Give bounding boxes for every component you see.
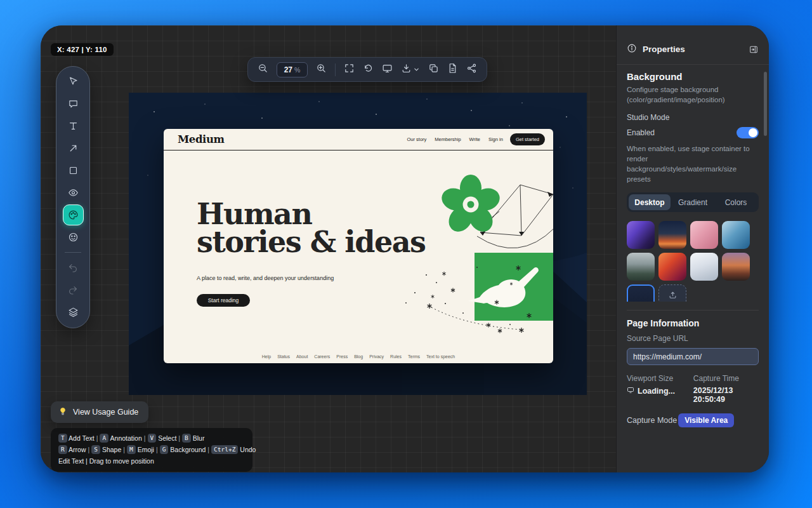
capture-mode-label: Capture Mode [627, 416, 677, 425]
eye-icon [68, 187, 79, 198]
medium-tagline: A place to read, write, and deepen your … [197, 275, 334, 281]
arrow-tool-button[interactable] [62, 137, 84, 159]
key-a: A [100, 434, 108, 443]
layers-icon [68, 307, 79, 318]
medium-nav-link[interactable]: Write [469, 137, 480, 142]
undo-button[interactable] [62, 257, 84, 279]
medium-footer-link[interactable]: Blog [354, 354, 363, 359]
document-icon [447, 63, 458, 76]
reset-view-button[interactable] [363, 63, 374, 76]
stage-background[interactable]: Medium Our storyMembershipWriteSign in G… [129, 93, 587, 395]
zoom-unit: % [294, 66, 300, 74]
copy-icon [428, 63, 439, 76]
medium-nav-link[interactable]: Sign in [488, 137, 503, 142]
preset-row-1 [627, 221, 759, 249]
medium-nav-link[interactable]: Our story [407, 137, 426, 142]
tools-sidebar [56, 66, 90, 328]
export-file-button[interactable] [447, 63, 458, 76]
canvas-toolbar: 27 % [247, 57, 487, 82]
download-button[interactable] [401, 63, 420, 76]
annotation-tool-button[interactable] [62, 93, 84, 115]
start-reading-button[interactable]: Start reading [197, 294, 250, 307]
captured-screenshot[interactable]: Medium Our storyMembershipWriteSign in G… [164, 129, 553, 363]
emoji-tool-button[interactable] [62, 226, 84, 248]
medium-footer-link[interactable]: Help [262, 354, 271, 359]
app-window: Medium Our storyMembershipWriteSign in G… [41, 25, 769, 472]
medium-footer-link[interactable]: About [296, 354, 308, 359]
rotate-ccw-icon [363, 63, 374, 76]
preset-thumbnail[interactable] [658, 221, 686, 249]
page-info-heading: Page Information [627, 318, 759, 328]
text-tool-button[interactable] [62, 115, 84, 137]
get-started-button[interactable]: Get started [510, 133, 545, 145]
preset-thumbnail[interactable] [627, 221, 655, 249]
medium-footer-link[interactable]: Press [336, 354, 348, 359]
medium-nav-link[interactable]: Membership [435, 137, 461, 142]
redo-icon [68, 285, 78, 295]
editor-canvas[interactable]: Medium Our storyMembershipWriteSign in G… [41, 25, 616, 472]
info-icon [627, 43, 637, 56]
square-icon [68, 165, 79, 176]
collapse-panel-button[interactable] [749, 44, 759, 55]
zoom-out-icon [258, 63, 268, 76]
medium-footer-link[interactable]: Careers [314, 354, 330, 359]
blur-tool-button[interactable] [62, 182, 84, 204]
zoom-in-button[interactable] [316, 63, 327, 76]
key-t: T [58, 434, 67, 443]
tab-colors[interactable]: Colors [715, 194, 757, 210]
tab-gradient[interactable]: Gradient [672, 194, 714, 210]
tab-desktop[interactable]: Desktop [629, 194, 671, 210]
key-g: G [160, 445, 169, 454]
capture-time-label: Capture Time [693, 374, 759, 383]
redo-button[interactable] [62, 279, 84, 301]
fit-screen-button[interactable] [344, 63, 355, 76]
shortcuts-overlay: T Add Text|A Annotation|V Select|B Blur … [51, 428, 252, 472]
enabled-label: Enabled [627, 128, 655, 137]
preset-row-3 [627, 284, 759, 302]
preset-thumbnail[interactable] [690, 253, 718, 281]
preset-thumbnail[interactable] [690, 221, 718, 249]
share-icon [466, 63, 477, 76]
zoom-in-icon [316, 63, 327, 76]
capture-mode-badge: Visible Area [678, 413, 734, 427]
upload-icon [668, 290, 678, 302]
background-tool-button[interactable] [62, 204, 84, 226]
medium-footer-link[interactable]: Status [277, 354, 290, 359]
smiley-icon [68, 232, 79, 243]
layers-button[interactable] [62, 301, 84, 323]
share-button[interactable] [466, 63, 477, 76]
cursor-icon [68, 76, 79, 87]
preset-thumbnail[interactable] [627, 253, 655, 281]
display-mode-button[interactable] [382, 63, 393, 76]
upload-background-button[interactable] [658, 284, 686, 302]
undo-icon [68, 263, 78, 273]
zoom-out-button[interactable] [258, 63, 268, 76]
studio-mode-note: When enabled, use stage container to ren… [627, 144, 759, 184]
key-s: S [91, 445, 100, 454]
preset-thumbnail[interactable] [722, 221, 750, 249]
medium-header: Medium Our storyMembershipWriteSign in G… [164, 129, 553, 150]
studio-mode-toggle[interactable] [737, 127, 759, 138]
text-icon [68, 121, 79, 131]
speech-bubble-icon [68, 98, 79, 109]
select-tool-button[interactable] [62, 70, 84, 93]
preset-thumbnail[interactable] [722, 253, 750, 281]
preset-thumbnail[interactable] [658, 253, 686, 281]
properties-panel-header: Properties [617, 25, 769, 65]
monitor-small-icon [627, 386, 634, 396]
properties-panel: Properties Background Configure stage ba… [616, 25, 769, 472]
cursor-coordinates: X: 427 | Y: 110 [51, 43, 114, 56]
toggle-knob [749, 128, 757, 137]
key-m: M [127, 445, 136, 454]
view-usage-guide-button[interactable]: View Usage Guide [51, 401, 148, 423]
zoom-level-input[interactable]: 27 % [277, 62, 308, 77]
panel-scrollbar[interactable] [764, 72, 767, 136]
key-v: V [148, 434, 157, 443]
preset-thumbnail-selected[interactable] [627, 284, 655, 302]
medium-hero-illustration [369, 172, 553, 363]
shape-tool-button[interactable] [62, 159, 84, 182]
source-url-input[interactable]: https://medium.com/ [627, 348, 759, 365]
copy-button[interactable] [428, 63, 439, 76]
background-section-heading: Background [627, 71, 759, 82]
medium-logo: Medium [178, 133, 225, 145]
